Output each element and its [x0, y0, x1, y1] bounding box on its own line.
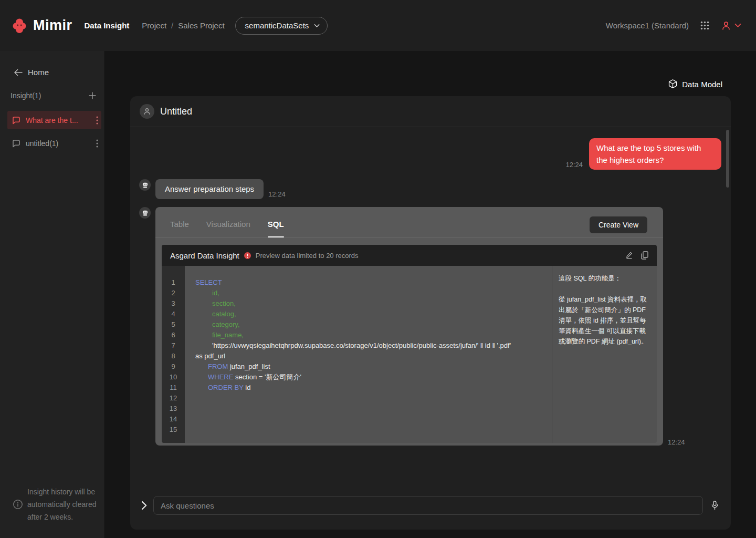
info-icon	[13, 499, 23, 510]
chat-scrollbar[interactable]	[726, 130, 729, 188]
ask-question-input[interactable]	[153, 496, 703, 515]
footer-note-text: Insight history will be automatically cl…	[27, 485, 97, 523]
chat-panel: Untitled 12:24 What are the top 5 stores…	[130, 96, 731, 530]
result-card: Table Visualization SQL Create View Asga…	[155, 207, 663, 446]
question-input-row	[130, 496, 731, 515]
sidebar-footer-note: Insight history will be automatically cl…	[0, 485, 105, 523]
dataset-selector[interactable]: semanticDataSets	[235, 17, 328, 35]
top-navbar: Mimir Data Insight Project / Sales Proje…	[0, 0, 756, 51]
chevron-right-icon[interactable]	[141, 501, 147, 510]
chat-bubble-icon	[12, 116, 21, 125]
tab-table[interactable]: Table	[170, 211, 189, 237]
breadcrumb: Project / Sales Project	[142, 21, 224, 30]
chat-avatar	[140, 104, 154, 119]
sql-code-lines[interactable]: SELECTid,section,catalog,category,file_n…	[185, 266, 552, 443]
breadcrumb-project[interactable]: Project	[142, 21, 166, 30]
sql-panel-header: Asgard Data Insight Preview data limited…	[162, 245, 657, 266]
message-timestamp: 12:24	[268, 190, 286, 199]
sidebar-home-label: Home	[28, 68, 49, 77]
brand[interactable]: Mimir	[13, 17, 72, 34]
data-model-button[interactable]: Data Model	[668, 79, 722, 89]
message-timestamp: 12:24	[668, 438, 685, 447]
main-area: Data Model Untitled 12:24 What are the t…	[106, 51, 756, 538]
preview-limit-notice: Preview data limited to 20 records	[256, 252, 359, 260]
chat-title: Untitled	[160, 106, 192, 117]
microphone-icon[interactable]	[710, 500, 719, 511]
sidebar-home-link[interactable]: Home	[14, 68, 104, 77]
answer-steps-bubble[interactable]: Answer preparation steps	[155, 179, 264, 199]
bot-avatar-icon	[139, 179, 151, 191]
sql-header-actions	[625, 251, 648, 260]
edit-icon[interactable]	[625, 251, 633, 260]
tab-sql[interactable]: SQL	[268, 211, 284, 237]
item-more-icon[interactable]	[96, 139, 98, 148]
tab-visualization[interactable]: Visualization	[206, 211, 250, 237]
chevron-down-icon	[314, 24, 320, 28]
bot-result-row: Table Visualization SQL Create View Asga…	[139, 207, 663, 446]
item-more-icon[interactable]	[96, 116, 98, 125]
sidebar: Home Insight(1) What are the t... untitl…	[0, 51, 105, 538]
user-icon	[721, 20, 731, 31]
bot-steps-row: Answer preparation steps 12:24	[139, 179, 286, 199]
chat-bubble-icon	[12, 139, 21, 148]
sql-panel: Asgard Data Insight Preview data limited…	[162, 245, 657, 443]
brand-name: Mimir	[33, 17, 72, 34]
bot-avatar-icon	[139, 207, 151, 219]
result-tabs: Table Visualization SQL	[155, 207, 663, 237]
apps-grid-icon[interactable]	[700, 21, 709, 30]
data-model-label: Data Model	[682, 80, 722, 89]
arrow-left-icon	[14, 69, 23, 76]
create-view-button[interactable]: Create View	[590, 216, 647, 233]
account-menu[interactable]	[721, 20, 741, 31]
breadcrumb-separator: /	[171, 21, 173, 30]
sidebar-item-label: untitled(1)	[26, 139, 58, 148]
account-chevron-down-icon	[734, 23, 741, 28]
sidebar-item-label: What are the t...	[26, 116, 78, 125]
chat-header: Untitled	[130, 96, 731, 127]
sidebar-section-label: Insight(1)	[10, 91, 41, 100]
sql-gutter: 123456789101112131415	[162, 266, 185, 443]
sidebar-section-insight: Insight(1)	[10, 91, 97, 100]
copy-icon[interactable]	[641, 251, 648, 260]
breadcrumb-current[interactable]: Sales Project	[178, 21, 224, 30]
sidebar-item-insight-active[interactable]: What are the t...	[7, 111, 101, 129]
mimir-logo-icon	[13, 18, 26, 34]
user-message-bubble: What are the top 5 stores with the highe…	[589, 138, 721, 170]
message-timestamp: 12:24	[565, 161, 583, 170]
alert-icon	[244, 252, 251, 259]
dataset-selector-value: semanticDataSets	[245, 21, 309, 30]
sql-body: 123456789101112131415 SELECTid,section,c…	[162, 266, 657, 443]
navbar-right: Workspace1 (Standard)	[606, 20, 741, 31]
sidebar-item-untitled[interactable]: untitled(1)	[7, 134, 101, 152]
sql-panel-title: Asgard Data Insight	[170, 251, 239, 260]
sql-explanation: 這段 SQL 的功能是： 從 jufan_pdf_list 資料表裡，取出屬於「…	[552, 266, 657, 443]
user-message-row: 12:24 What are the top 5 stores with the…	[565, 138, 721, 170]
cube-icon	[668, 79, 678, 89]
add-insight-button[interactable]	[88, 91, 97, 100]
nav-item-data-insight[interactable]: Data Insight	[85, 21, 130, 30]
workspace-label: Workspace1 (Standard)	[606, 21, 689, 30]
